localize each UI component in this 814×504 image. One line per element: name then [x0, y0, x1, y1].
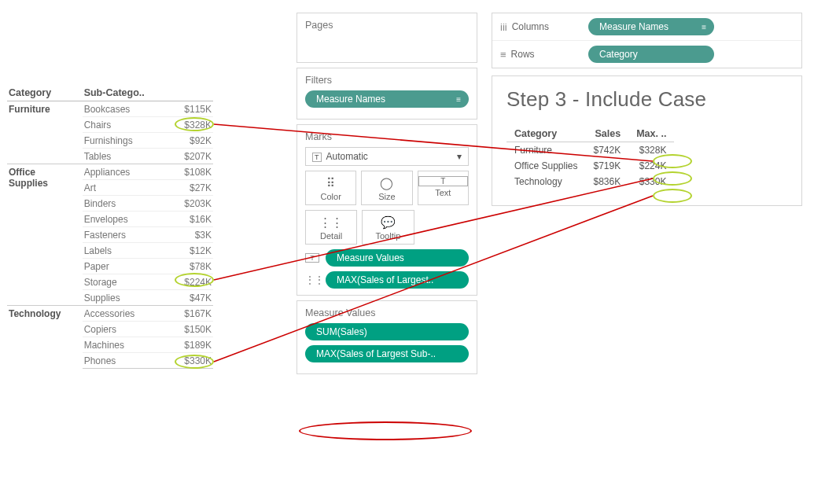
marks-title: Marks [305, 131, 469, 142]
header-subcategory[interactable]: Sub-Catego.. [83, 85, 160, 101]
detail-encoding-icon: ⋮⋮ [305, 274, 319, 285]
result-header-max[interactable]: Max. .. [628, 126, 674, 142]
pages-shelf[interactable]: Pages [297, 13, 477, 63]
result-row: Office Supplies$719K$224K [506, 158, 674, 174]
highlight-oval-red [299, 421, 472, 440]
marks-size-button[interactable]: ◯Size [361, 171, 412, 205]
filters-shelf[interactable]: Filters Measure Names ≡ [297, 68, 477, 120]
pill-menu-icon[interactable]: ≡ [456, 95, 461, 104]
measure-values-title: Measure Values [305, 307, 469, 318]
pill-measure-values-text[interactable]: Measure Values [326, 249, 469, 267]
color-icon: ⠿ [306, 176, 355, 190]
worksheet-title[interactable]: Step 3 - Include Case [506, 87, 787, 112]
pages-title: Pages [305, 20, 469, 31]
marks-detail-button[interactable]: ⋮⋮Detail [305, 210, 357, 245]
result-row: Furniture$742K$328K [506, 142, 674, 159]
table-row: OfficeSupplies Appliances$108K [7, 164, 213, 180]
filters-title: Filters [305, 75, 469, 86]
table-row: Technology Accessories$167K [7, 306, 213, 322]
header-value [160, 85, 213, 101]
chevron-down-icon: ▾ [457, 151, 462, 162]
result-table[interactable]: Category Sales Max. .. Furniture$742K$32… [506, 126, 674, 189]
table-row: Furniture Bookcases $115K [7, 101, 213, 117]
pill-category-rows[interactable]: Category [588, 46, 714, 63]
result-row: Technology$836K$330K [506, 174, 674, 189]
marks-type-dropdown[interactable]: TAutomatic ▾ [305, 147, 469, 166]
marks-text-button[interactable]: TText [418, 171, 469, 205]
result-header-sales[interactable]: Sales [586, 126, 629, 142]
size-icon: ◯ [362, 176, 411, 190]
result-header-category[interactable]: Category [506, 126, 586, 142]
pill-max-sales-largest-detail[interactable]: MAX(Sales of Largest.. [326, 271, 469, 289]
rows-shelf[interactable]: ≡Rows Category [492, 40, 801, 68]
source-crosstab[interactable]: Category Sub-Catego.. Furniture Bookcase… [7, 85, 213, 369]
pill-measure-names-columns[interactable]: Measure Names ≡ [588, 18, 714, 35]
measure-values-shelf[interactable]: Measure Values SUM(Sales) MAX(Sales of L… [297, 300, 477, 374]
pill-max-sales-largest-sub[interactable]: MAX(Sales of Largest Sub-.. [305, 345, 469, 362]
columns-shelf[interactable]: iiiColumns Measure Names ≡ [492, 13, 801, 40]
pill-sum-sales[interactable]: SUM(Sales) [305, 323, 469, 340]
columns-icon: iii [500, 21, 507, 33]
header-category[interactable]: Category [7, 85, 83, 101]
detail-icon: ⋮⋮ [306, 215, 356, 230]
shelves-panel: iiiColumns Measure Names ≡ ≡Rows Categor… [492, 13, 802, 68]
rows-icon: ≡ [500, 49, 506, 61]
pill-measure-names-filter[interactable]: Measure Names ≡ [305, 90, 469, 108]
tooltip-icon: 💬 [363, 215, 413, 230]
marks-tooltip-button[interactable]: 💬Tooltip [362, 210, 414, 245]
pill-menu-icon[interactable]: ≡ [702, 23, 706, 31]
marks-card[interactable]: Marks TAutomatic ▾ ⠿Color ◯Size TText ⋮⋮… [297, 124, 477, 296]
text-icon: T [418, 176, 468, 186]
marks-color-button[interactable]: ⠿Color [305, 171, 356, 205]
text-encoding-icon: T [305, 253, 319, 263]
result-view[interactable]: Step 3 - Include Case Category Sales Max… [492, 75, 802, 206]
text-mark-icon: T [312, 153, 322, 162]
